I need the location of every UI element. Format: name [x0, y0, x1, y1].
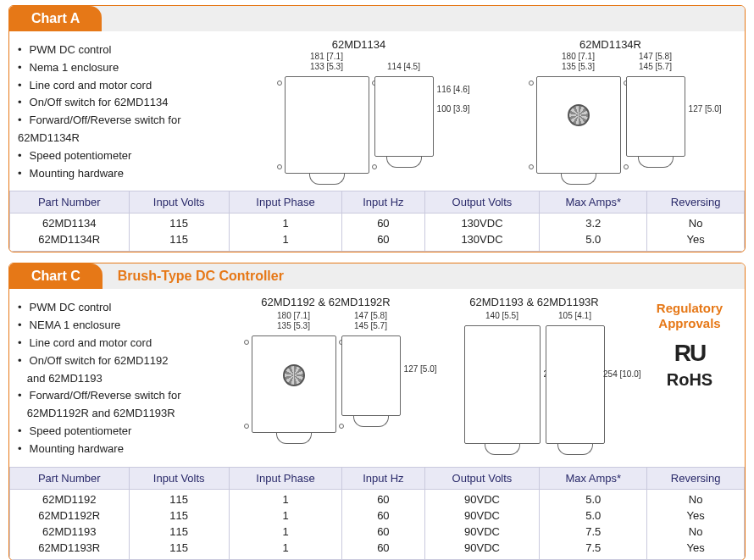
- schematic-front: 180 [7.1] 135 [5.3]: [252, 335, 336, 433]
- table-header-cell: Input Hz: [342, 191, 425, 213]
- table-cell: 60: [342, 524, 425, 540]
- chart-c-title: Chart C: [9, 263, 103, 289]
- table-header-cell: Part Number: [10, 467, 130, 489]
- table-row: 62MD119211516090VDC5.0No: [10, 489, 745, 507]
- chart-c-subtitle: Brush-Type DC Controller: [103, 263, 299, 289]
- feature-item: • PWM DC control: [18, 42, 223, 59]
- table-row: 62MD119311516090VDC7.5No: [10, 524, 745, 540]
- table-cell: 60: [342, 540, 425, 560]
- schematic-front: 140 [5.5] 210 [8.3]: [464, 325, 541, 444]
- rohs-mark: RoHS: [643, 370, 736, 390]
- table-cell: 115: [129, 489, 229, 507]
- diagram-label: 62MD1134: [332, 38, 386, 51]
- table-header-cell: Output Volts: [424, 467, 540, 489]
- table-cell: 7.5: [540, 540, 647, 560]
- schematic-side: 105 [4.1] 254 [10.0]: [546, 325, 605, 444]
- table-cell: 60: [342, 213, 425, 232]
- chart-a-body: • PWM DC control• Nema 1 enclosure• Line…: [9, 31, 745, 191]
- table-row: 62MD1192R11516090VDC5.0Yes: [10, 507, 745, 524]
- chart-a-panel: Chart A • PWM DC control• Nema 1 enclosu…: [8, 5, 746, 252]
- table-cell: 3.2: [540, 213, 647, 232]
- table-cell: 60: [342, 489, 425, 507]
- table-cell: 7.5: [540, 524, 647, 540]
- feature-item: • Forward/Off/Reverse switch for 62MD119…: [18, 387, 209, 423]
- chart-c-body: • PWM DC control• NEMA 1 enclosure• Line…: [9, 289, 745, 466]
- feature-item: • Mounting hardware: [18, 165, 223, 183]
- table-cell: 115: [129, 540, 229, 560]
- table-header-cell: Reversing: [647, 467, 745, 489]
- schematic-side: 114 [4.5] 116 [4.6] 100 [3.9]: [374, 76, 434, 157]
- feature-item: • PWM DC control: [18, 299, 209, 317]
- feature-item: • Speed potentiometer: [18, 147, 223, 165]
- chart-c-table: Part NumberInput VoltsInput PhaseInput H…: [9, 467, 745, 560]
- table-row: 62MD1193R11516090VDC7.5Yes: [10, 540, 745, 560]
- chart-a-title: Chart A: [9, 6, 102, 31]
- table-cell: 115: [129, 507, 229, 524]
- chart-a-feature-list: • PWM DC control• Nema 1 enclosure• Line…: [18, 38, 226, 186]
- diagram-label: 62MD1192 & 62MD1192R: [261, 296, 390, 308]
- table-cell: Yes: [647, 540, 745, 560]
- table-cell: 62MD1192R: [10, 507, 130, 524]
- feature-item: • Line cord and motor cord: [18, 77, 223, 95]
- feature-item: • Line cord and motor cord: [18, 335, 209, 352]
- feature-item: • Forward/Off/Reverse switch for 62MD113…: [18, 112, 223, 147]
- table-header-cell: Reversing: [647, 191, 745, 213]
- table-cell: Yes: [647, 507, 745, 524]
- table-header-cell: Max Amps*: [540, 191, 647, 213]
- chart-a-diagrams: 62MD1134 181 [7.1] 133 [5.3] 114 [4.5] 1…: [233, 38, 736, 174]
- table-cell: 90VDC: [424, 489, 540, 507]
- chart-c-feature-list: • PWM DC control• NEMA 1 enclosure• Line…: [18, 296, 213, 461]
- feature-item: • On/Off switch for 62MD1192 and 62MD119…: [18, 352, 209, 388]
- table-cell: 1: [229, 524, 341, 540]
- chart-c-panel: Chart C Brush-Type DC Controller • PWM D…: [8, 263, 746, 560]
- table-cell: 115: [129, 524, 229, 540]
- table-cell: 62MD1134R: [10, 231, 130, 252]
- chart-a-diagram-left: 62MD1134 181 [7.1] 133 [5.3] 114 [4.5] 1…: [285, 38, 434, 174]
- table-cell: 5.0: [540, 231, 647, 252]
- table-cell: 130VDC: [424, 213, 540, 232]
- knob-icon: [568, 104, 590, 126]
- table-header-cell: Input Phase: [229, 191, 341, 213]
- table-cell: 60: [342, 507, 425, 524]
- feature-item: • Nema 1 enclosure: [18, 59, 223, 77]
- chart-c-diagram-right: 62MD1193 & 62MD1193R 140 [5.5] 210 [8.3]…: [464, 296, 605, 444]
- table-cell: 90VDC: [424, 524, 540, 540]
- table-header-cell: Max Amps*: [540, 467, 647, 489]
- feature-item: • Mounting hardware: [18, 441, 209, 458]
- table-header-row: Part NumberInput VoltsInput PhaseInput H…: [10, 191, 745, 213]
- table-cell: Yes: [647, 231, 745, 252]
- diagram-label: 62MD1193 & 62MD1193R: [469, 296, 598, 308]
- chart-c-diagram-left: 62MD1192 & 62MD1192R 180 [7.1] 135 [5.3]…: [252, 296, 401, 433]
- table-header-cell: Input Hz: [342, 467, 425, 489]
- table-cell: 1: [229, 540, 341, 560]
- table-cell: 5.0: [540, 489, 647, 507]
- table-cell: 1: [229, 213, 341, 232]
- table-cell: 60: [342, 231, 425, 252]
- table-cell: 115: [129, 231, 229, 252]
- table-header-row: Part NumberInput VoltsInput PhaseInput H…: [10, 467, 745, 489]
- schematic-side: 147 [5.8] 145 [5.7] 127 [5.0]: [626, 76, 685, 157]
- feature-item: • On/Off switch for 62MD1134: [18, 94, 223, 112]
- table-cell: 90VDC: [424, 507, 540, 524]
- table-header-cell: Part Number: [10, 191, 130, 213]
- table-cell: No: [647, 524, 745, 540]
- table-cell: 1: [229, 231, 341, 252]
- schematic-front: 180 [7.1] 135 [5.3]: [536, 76, 621, 174]
- table-cell: 130VDC: [424, 231, 540, 252]
- table-cell: 1: [229, 507, 341, 524]
- table-cell: 62MD1193: [10, 524, 130, 540]
- diagram-label: 62MD1134R: [579, 38, 641, 51]
- table-header-cell: Input Volts: [129, 467, 229, 489]
- table-header-cell: Output Volts: [424, 191, 540, 213]
- table-cell: No: [647, 489, 745, 507]
- schematic-side: 147 [5.8] 145 [5.7] 127 [5.0]: [341, 335, 401, 416]
- table-cell: 62MD1192: [10, 489, 130, 507]
- chart-c-header: Chart C Brush-Type DC Controller: [9, 263, 745, 289]
- table-row: 62MD1134R115160130VDC5.0Yes: [10, 231, 745, 252]
- table-cell: 115: [129, 213, 229, 232]
- table-header-cell: Input Phase: [229, 467, 341, 489]
- table-cell: 90VDC: [424, 540, 540, 560]
- knob-icon: [283, 364, 305, 386]
- feature-item: • Speed potentiometer: [18, 423, 209, 441]
- table-row: 62MD1134115160130VDC3.2No: [10, 213, 745, 232]
